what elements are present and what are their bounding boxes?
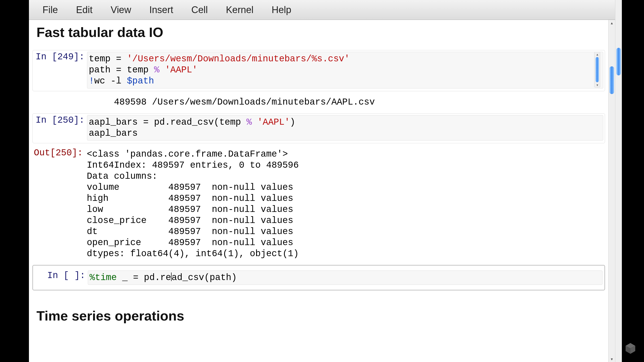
code-input-active[interactable]: %time _ = pd.read_csv(path) xyxy=(88,270,602,285)
heading-time-series-operations: Time series operations xyxy=(36,308,609,324)
chevron-down-icon[interactable]: ▾ xyxy=(609,356,615,362)
stdout-cell-249: 489598 /Users/wesm/Downloads/minutebars/… xyxy=(32,96,605,109)
watermark-cube-icon xyxy=(624,342,636,354)
cell-scrollbar-thumb[interactable] xyxy=(595,57,599,82)
chevron-up-icon[interactable]: ▴ xyxy=(596,52,598,57)
chevron-down-icon[interactable]: ▾ xyxy=(596,83,598,87)
notebook-scrollbar-thumb[interactable] xyxy=(610,66,614,94)
code-input-250[interactable]: aapl_bars = pd.read_csv(temp % 'AAPL') a… xyxy=(87,115,603,141)
menu-file[interactable]: File xyxy=(33,3,67,17)
code-cell-250[interactable]: In [250]: aapl_bars = pd.read_csv(temp %… xyxy=(32,113,605,144)
menu-edit[interactable]: Edit xyxy=(67,3,101,17)
prompt-empty xyxy=(32,96,85,106)
prompt-in-250: In [250]: xyxy=(34,115,87,125)
menu-kernel[interactable]: Kernel xyxy=(217,3,263,17)
menu-cell[interactable]: Cell xyxy=(182,3,217,17)
notebook-scrollbar[interactable]: ▴ ▾ xyxy=(608,20,615,362)
prompt-in-249: In [249]: xyxy=(34,52,87,62)
code-input-249[interactable]: temp = '/Users/wesm/Downloads/minutebars… xyxy=(87,52,603,88)
chevron-up-icon[interactable]: ▴ xyxy=(609,20,615,26)
code-cell-active[interactable]: In [ ]: %time _ = pd.read_csv(path) xyxy=(32,265,605,291)
heading-fast-tabular-data-io: Fast tabular data IO xyxy=(36,24,609,40)
menu-insert[interactable]: Insert xyxy=(140,3,182,17)
menubar: File Edit View Insert Cell Kernel Help xyxy=(29,0,615,20)
stdout-text-249: 489598 /Users/wesm/Downloads/minutebars/… xyxy=(85,96,605,109)
output-text-250: <class 'pandas.core.frame.DataFrame'> In… xyxy=(85,148,605,260)
cell-output-scrollbar[interactable]: ▴ ▾ xyxy=(594,52,600,87)
notebook-content: Fast tabular data IO In [249]: temp = '/… xyxy=(29,20,609,362)
output-cell-250: Out[250]: <class 'pandas.core.frame.Data… xyxy=(32,148,605,260)
prompt-in-active: In [ ]: xyxy=(35,270,88,281)
prompt-out-250: Out[250]: xyxy=(32,148,85,158)
window-scrollbar[interactable] xyxy=(615,0,622,362)
code-cell-249[interactable]: In [249]: temp = '/Users/wesm/Downloads/… xyxy=(32,50,605,91)
window-scrollbar-thumb[interactable] xyxy=(616,48,621,75)
menu-view[interactable]: View xyxy=(102,3,140,17)
menu-help[interactable]: Help xyxy=(263,3,300,17)
